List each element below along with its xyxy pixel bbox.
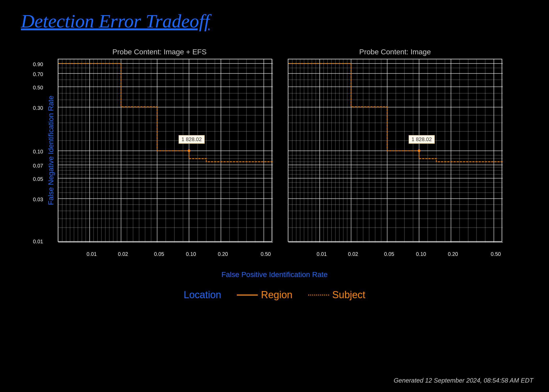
charts-area: Probe Content: Image + EFS False Negativ… bbox=[16, 48, 533, 255]
generated-text: Generated 12 September 2024, 08:54:58 AM… bbox=[394, 377, 533, 384]
y-axis-label-left: False Negative Identification Rate bbox=[47, 96, 55, 205]
chart-right-inner: 0.01 0.02 0.05 0.10 0.20 0.50 1 828.02 bbox=[288, 59, 502, 242]
svg-point-67 bbox=[188, 149, 190, 152]
chart-right-svg bbox=[288, 59, 502, 241]
chart-left-inner: 0.90 0.70 0.50 0.30 0.10 0.07 0.05 0.03 … bbox=[58, 59, 272, 242]
x-axis-label: False Positive Identification Rate bbox=[221, 270, 328, 279]
chart-left-wrapper: Probe Content: Image + EFS False Negativ… bbox=[47, 48, 272, 255]
legend-region-line bbox=[237, 295, 258, 296]
legend-location: Location bbox=[184, 289, 221, 301]
chart-right-wrapper: Probe Content: Image bbox=[288, 48, 502, 242]
chart-left-outer: False Negative Identification Rate bbox=[47, 59, 272, 242]
legend-area: Location Region Subject bbox=[16, 289, 533, 301]
page-title: Detection Error Tradeoff bbox=[21, 10, 533, 32]
legend-subject-label: Subject bbox=[332, 289, 365, 301]
page-container: Detection Error Tradeoff Probe Content: … bbox=[0, 0, 549, 392]
chart-right-outer: 0.01 0.02 0.05 0.10 0.20 0.50 1 828.02 bbox=[288, 59, 502, 242]
chart-left-subtitle: Probe Content: Image + EFS bbox=[112, 48, 207, 56]
chart-left-svg bbox=[58, 59, 272, 241]
legend-subject-line bbox=[308, 295, 329, 296]
legend-region: Region bbox=[237, 289, 292, 301]
chart-right-subtitle: Probe Content: Image bbox=[359, 48, 431, 56]
svg-point-133 bbox=[418, 149, 420, 152]
legend-subject: Subject bbox=[308, 289, 365, 301]
legend-region-label: Region bbox=[261, 289, 292, 301]
legend-location-label: Location bbox=[184, 289, 221, 301]
